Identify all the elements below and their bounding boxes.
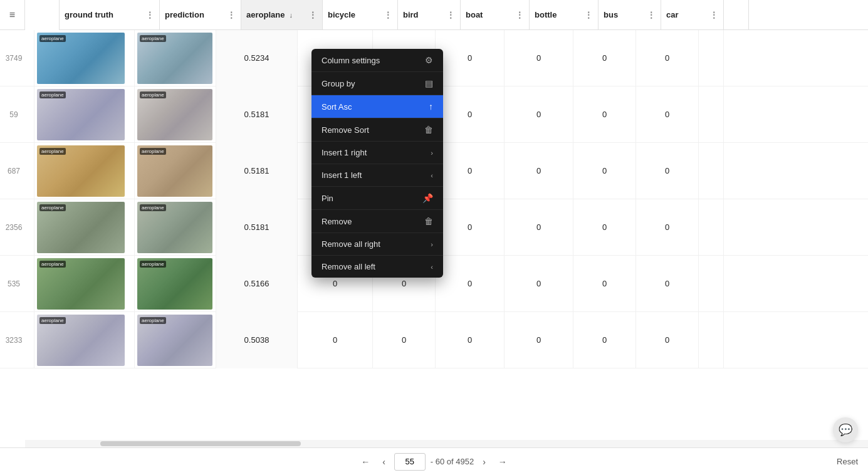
row-687-boat: 0 xyxy=(436,143,505,199)
row-3749-gt: aeroplane xyxy=(34,30,135,86)
row-3749-pred: aeroplane xyxy=(135,30,216,86)
row-3233-num: 3233 xyxy=(0,312,34,368)
menu-item-remove-all-right[interactable]: Remove all right › xyxy=(311,233,443,256)
row-535-gt-img: aeroplane xyxy=(37,258,125,310)
table-row: 3233 aeroplane aeroplane 0.5038 0 0 0 0 … xyxy=(0,312,868,368)
col-car-label: car xyxy=(666,10,679,19)
row-535-boat: 0 xyxy=(436,256,505,312)
filter-button[interactable]: ≡ xyxy=(0,0,25,29)
row-3749-aeroplane: 0.5234 xyxy=(216,30,298,86)
last-page-button[interactable]: → xyxy=(494,454,511,469)
col-header-bicycle[interactable]: bicycle ⋮ xyxy=(323,0,398,29)
menu-item-group-by[interactable]: Group by ▤ xyxy=(311,72,443,95)
col-bird-menu[interactable]: ⋮ xyxy=(446,10,455,20)
menu-item-remove[interactable]: Remove 🗑 xyxy=(311,210,443,233)
menu-insert-left-label: Insert 1 left xyxy=(322,170,362,180)
row-2356-bus: 0 xyxy=(573,199,636,256)
menu-item-sort-asc[interactable]: Sort Asc ↑ xyxy=(311,95,443,118)
row-59-bottle: 0 xyxy=(505,86,573,143)
row-687-pred-img: aeroplane xyxy=(137,145,212,197)
row-687-num: 687 xyxy=(0,143,34,199)
context-menu: Column settings ⚙ Group by ▤ Sort Asc ↑ … xyxy=(311,49,443,278)
menu-item-insert-right[interactable]: Insert 1 right › xyxy=(311,142,443,164)
col-bicycle-menu[interactable]: ⋮ xyxy=(384,10,392,20)
table-header: ≡ ground truth ⋮ prediction ⋮ aeroplane … xyxy=(0,0,868,30)
col-prediction-menu[interactable]: ⋮ xyxy=(227,10,236,20)
row-535-bus: 0 xyxy=(573,256,636,312)
row-535-pred-img: aeroplane xyxy=(137,258,212,310)
row-3233-bird: 0 xyxy=(373,312,436,368)
col-bottle-menu[interactable]: ⋮ xyxy=(584,10,593,20)
row-535-num: 535 xyxy=(0,256,34,312)
row-2356-gt: aeroplane xyxy=(34,199,135,256)
col-header-prediction[interactable]: prediction ⋮ xyxy=(160,0,241,29)
row-535-car: 0 xyxy=(636,256,699,312)
col-ground-truth-label: ground truth xyxy=(65,10,113,19)
row-3749-gt-img1: aeroplane xyxy=(37,33,125,84)
col-car-menu[interactable]: ⋮ xyxy=(709,10,718,20)
arrow-right-icon-insert: › xyxy=(431,149,433,157)
col-bird-label: bird xyxy=(403,10,419,19)
menu-remove-all-left-label: Remove all left xyxy=(322,262,375,271)
col-bus-menu[interactable]: ⋮ xyxy=(647,10,656,20)
row-687-extra xyxy=(699,143,724,199)
col-bottle-label: bottle xyxy=(535,10,557,19)
row-3233-pred-img: aeroplane xyxy=(137,315,212,366)
next-page-button[interactable]: › xyxy=(479,454,489,469)
col-ground-truth-menu[interactable]: ⋮ xyxy=(145,10,154,20)
rownum-header xyxy=(25,0,60,30)
menu-column-settings-label: Column settings xyxy=(322,56,380,65)
col-header-aeroplane[interactable]: aeroplane ↓ ⋮ xyxy=(241,0,323,29)
row-687-gt-img: aeroplane xyxy=(37,145,125,197)
prev-page-button[interactable]: ‹ xyxy=(379,454,389,469)
col-boat-menu[interactable]: ⋮ xyxy=(515,10,524,20)
col-aeroplane-menu[interactable]: ⋮ xyxy=(308,10,317,20)
row-2356-boat: 0 xyxy=(436,199,505,256)
col-header-boat[interactable]: boat ⋮ xyxy=(461,0,530,29)
row-59-pred-img: aeroplane xyxy=(137,89,212,140)
page-input[interactable] xyxy=(394,453,426,471)
menu-item-insert-left[interactable]: Insert 1 left ‹ xyxy=(311,164,443,187)
row-3233-bicycle: 0 xyxy=(298,312,373,368)
col-header-bottle[interactable]: bottle ⋮ xyxy=(530,0,599,29)
row-535-bottle: 0 xyxy=(505,256,573,312)
row-59-gt-img: aeroplane xyxy=(37,89,125,140)
col-header-ground-truth[interactable]: ground truth ⋮ xyxy=(60,0,160,29)
menu-insert-right-label: Insert 1 right xyxy=(322,148,367,157)
first-page-button[interactable]: ← xyxy=(357,454,374,469)
row-59-boat: 0 xyxy=(436,86,505,143)
page-range: - 60 of 4952 xyxy=(431,457,474,466)
col-header-bird[interactable]: bird ⋮ xyxy=(398,0,461,29)
menu-remove-label: Remove xyxy=(322,217,352,226)
row-687-gt: aeroplane xyxy=(34,143,135,199)
row-3233-bottle: 0 xyxy=(505,312,573,368)
col-aeroplane-label: aeroplane xyxy=(246,10,285,19)
menu-item-pin[interactable]: Pin 📌 xyxy=(311,187,443,210)
horizontal-scrollbar-thumb[interactable] xyxy=(100,441,301,446)
col-bicycle-label: bicycle xyxy=(328,10,355,19)
chat-bubble-button[interactable]: 💬 xyxy=(833,417,858,442)
row-3749-num: 3749 xyxy=(0,30,34,86)
row-3233-aeroplane: 0.5038 xyxy=(216,312,298,368)
menu-item-remove-all-left[interactable]: Remove all left ‹ xyxy=(311,256,443,278)
col-header-bus[interactable]: bus ⋮ xyxy=(599,0,661,29)
reset-button[interactable]: Reset xyxy=(837,457,858,466)
arrow-left-icon-insert: ‹ xyxy=(431,172,433,179)
horizontal-scrollbar-track[interactable] xyxy=(25,440,868,447)
row-2356-aeroplane: 0.5181 xyxy=(216,199,298,256)
row-3749-pred-img: aeroplane xyxy=(137,33,212,84)
row-535-extra xyxy=(699,256,724,312)
row-687-bus: 0 xyxy=(573,143,636,199)
menu-item-remove-sort[interactable]: Remove Sort 🗑 xyxy=(311,118,443,142)
row-2356-extra xyxy=(699,199,724,256)
menu-item-column-settings[interactable]: Column settings ⚙ xyxy=(311,49,443,72)
menu-remove-all-right-label: Remove all right xyxy=(322,239,380,249)
row-59-pred: aeroplane xyxy=(135,86,216,143)
row-3749-extra xyxy=(699,30,724,86)
table-container: ≡ ground truth ⋮ prediction ⋮ aeroplane … xyxy=(0,0,868,475)
menu-remove-sort-label: Remove Sort xyxy=(322,125,369,135)
col-header-car[interactable]: car ⋮ xyxy=(661,0,724,29)
menu-pin-label: Pin xyxy=(322,194,333,203)
row-59-aeroplane: 0.5181 xyxy=(216,86,298,143)
trash-icon-remove: 🗑 xyxy=(424,216,433,226)
